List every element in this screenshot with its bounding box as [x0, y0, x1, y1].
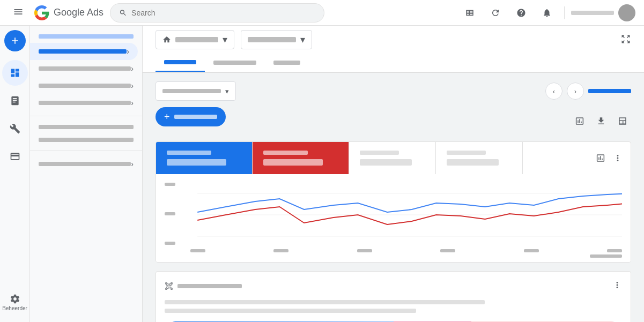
nav-item-7[interactable]: › [30, 155, 142, 173]
campaigns-icon [10, 95, 20, 106]
sidebar-item-campaigns[interactable] [2, 88, 28, 114]
x-label-3 [357, 249, 372, 252]
nav-item-main[interactable] [30, 30, 142, 43]
settings-icon [10, 294, 20, 304]
overview-icon [10, 68, 20, 78]
collapse-icon [620, 34, 631, 44]
left-sidebar: Beheerder [0, 26, 30, 322]
billing-icon [10, 151, 20, 162]
refresh-icon [491, 8, 500, 18]
sidebar-bottom: Beheerder [2, 289, 28, 322]
nav-item-3[interactable]: › [30, 77, 142, 94]
nav-item-text-3 [39, 84, 131, 88]
sidebar-item-billing[interactable] [2, 144, 28, 169]
breadcrumb-dropdown-1[interactable]: ▾ [156, 30, 234, 49]
chevron-down-icon-1: ▾ [223, 34, 227, 46]
top-bar: Google Ads [0, 0, 644, 26]
nav-list: › › › › [30, 26, 142, 177]
nav-item-text-1 [39, 34, 134, 39]
x-label-5 [524, 249, 539, 252]
create-button[interactable] [4, 30, 26, 51]
tab-3-label [273, 61, 300, 65]
top-menu-placeholder [571, 11, 614, 15]
nav-item-6[interactable] [30, 133, 142, 146]
chart-view-button[interactable] [571, 113, 588, 130]
collapse-button[interactable] [620, 34, 631, 46]
tab-2[interactable] [205, 54, 265, 71]
sidebar-item-admin[interactable]: Beheerder [2, 289, 28, 316]
chart-footer [165, 254, 622, 258]
tab-3[interactable] [265, 54, 309, 71]
nav-arrow-2: › [131, 64, 134, 73]
nav-item-4[interactable]: › [30, 94, 142, 111]
metric-card-blue[interactable] [156, 142, 253, 174]
insights-title-text [177, 284, 242, 288]
action-icons [571, 113, 631, 130]
metric-red-label [263, 151, 308, 155]
avatar[interactable] [618, 4, 635, 21]
controls-row: ▾ ‹ › [156, 81, 631, 101]
nav-arrow-7: › [131, 160, 134, 168]
nav-item-text-5 [39, 125, 134, 129]
nav-arrow-3: › [131, 81, 134, 90]
nav-item-text-7 [39, 162, 131, 166]
nav-arrow-4: › [131, 99, 134, 107]
sidebar-item-overview[interactable] [2, 60, 28, 86]
search-input[interactable] [131, 9, 315, 17]
search-icon [119, 9, 127, 17]
metric-white1-value [360, 159, 412, 166]
logo-area: Google Ads [34, 5, 103, 20]
top-bar-right [459, 2, 635, 24]
add-button[interactable]: + [156, 107, 226, 126]
nav-item-text-2 [39, 66, 131, 71]
add-btn-label [174, 115, 217, 119]
insights-line-1 [165, 300, 485, 304]
page-content: ▾ ‹ › + [143, 73, 644, 322]
chart-icon [575, 116, 584, 126]
metric-card-white-2[interactable] [436, 142, 523, 174]
red-series-line [197, 203, 622, 224]
download-button[interactable] [593, 113, 610, 130]
x-label-4 [440, 249, 455, 252]
search-bar[interactable] [110, 3, 324, 23]
insights-more-button[interactable] [612, 280, 622, 291]
chart-body [156, 174, 631, 262]
chart-svg [165, 183, 622, 247]
expand-icon [618, 116, 627, 126]
sub-header: ▾ ▾ [143, 26, 644, 73]
chart-footer-label [590, 254, 622, 258]
sidebar-item-tools[interactable] [2, 116, 28, 141]
metric-card-red[interactable] [253, 142, 349, 174]
nav-item-2[interactable]: › [30, 60, 142, 77]
main-content: ▾ ▾ [143, 26, 644, 322]
help-icon-button[interactable] [510, 2, 532, 24]
hamburger-menu-button[interactable] [9, 2, 28, 23]
metric-blue-value [167, 159, 226, 166]
metric-red-value [263, 159, 323, 166]
prev-button[interactable]: ‹ [545, 83, 562, 100]
nav-item-active[interactable]: › [30, 43, 138, 60]
x-label-6 [607, 249, 622, 252]
google-ads-logo-icon [34, 5, 49, 20]
columns-icon-button[interactable] [459, 2, 480, 24]
insights-header [165, 280, 622, 291]
expand-button[interactable] [614, 113, 631, 130]
breadcrumb-dropdown-2[interactable]: ▾ [241, 30, 312, 49]
filter-dropdown[interactable]: ▾ [156, 81, 236, 101]
metric-card-white-1[interactable] [349, 142, 436, 174]
date-range-link[interactable] [588, 89, 631, 93]
tab-1[interactable] [156, 54, 205, 72]
refresh-icon-button[interactable] [485, 2, 506, 24]
chart-more-button[interactable] [609, 149, 626, 167]
next-button[interactable]: › [567, 83, 584, 100]
app-body: Beheerder › › [0, 26, 644, 322]
chart-controls [588, 145, 631, 171]
nav-item-5[interactable] [30, 121, 142, 133]
notifications-icon-button[interactable] [536, 2, 558, 24]
chart-type-button[interactable] [592, 149, 609, 167]
notifications-icon [542, 8, 552, 18]
insights-more-icon [612, 280, 622, 290]
nav-item-text-6 [39, 138, 134, 142]
columns-icon [465, 8, 475, 18]
plus-sign: + [164, 111, 170, 123]
